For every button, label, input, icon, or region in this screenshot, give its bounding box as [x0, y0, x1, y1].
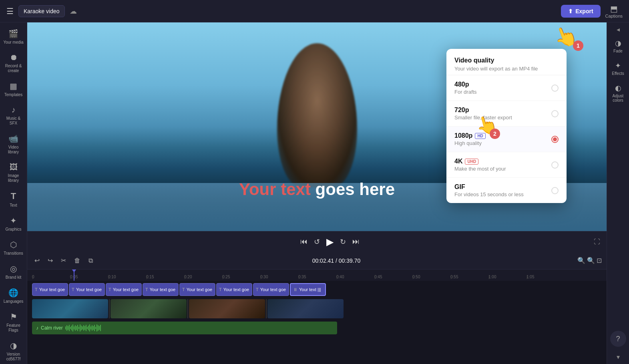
sidebar-item-templates[interactable]: ▦ Templates	[2, 78, 26, 101]
text-clip-8[interactable]: ⏸ Your text |||	[290, 283, 326, 296]
quality-popup-subtitle: Your video will export as an MP4 file	[454, 66, 559, 72]
audio-bar	[90, 326, 91, 330]
text-clip-4[interactable]: T Your text goe	[143, 283, 179, 296]
playhead[interactable]	[74, 269, 74, 281]
sidebar-item-text[interactable]: T Text	[2, 188, 26, 211]
sidebar-item-feature-flags[interactable]: ⚑ Feature Flags	[2, 309, 26, 336]
redo-button[interactable]: ↪	[45, 255, 55, 266]
quality-option-top: 480p	[454, 81, 559, 88]
fullscreen-button[interactable]: ⛶	[594, 238, 600, 245]
sidebar-item-label: Languages	[4, 299, 24, 304]
quality-desc-4k: Make the most of your	[454, 166, 559, 172]
sidebar-item-record-create[interactable]: ⏺ Record & create	[2, 50, 26, 76]
timeline-time-display: 00:02.41 / 00:39.70	[98, 257, 574, 264]
zoom-out-button[interactable]: 🔍	[577, 257, 585, 264]
quality-option-480p[interactable]: 480p For drafts	[446, 75, 567, 101]
sidebar-item-your-media[interactable]: 🎬 Your media	[2, 26, 26, 48]
text-clip-7[interactable]: T Your text goe	[253, 283, 289, 296]
zoom-in-button[interactable]: 🔍	[587, 257, 595, 264]
text-clip-5[interactable]: T Your text goe	[179, 283, 215, 296]
your-media-icon: 🎬	[8, 29, 18, 38]
fit-button[interactable]: ⊡	[597, 257, 602, 264]
sidebar-item-languages[interactable]: 🌐 Languages	[2, 285, 26, 307]
languages-icon: 🌐	[8, 288, 18, 298]
cut-button[interactable]: ✂	[58, 255, 68, 266]
ruler-mark-3: 0:15	[146, 275, 184, 279]
text-clip-2[interactable]: T Your text goe	[69, 283, 105, 296]
audio-bar	[70, 327, 71, 329]
sidebar-item-label: Image library	[3, 173, 24, 183]
sidebar-item-version[interactable]: ◑ Version cd5677f	[2, 338, 26, 364]
video-library-icon: 📹	[8, 134, 18, 143]
video-track	[32, 298, 344, 319]
audio-bar	[78, 327, 79, 329]
sidebar-item-music-sfx[interactable]: ♪ Music & SFX	[2, 102, 26, 129]
duplicate-button[interactable]: ⧉	[86, 255, 95, 266]
project-title[interactable]: Karaoke video	[18, 5, 65, 17]
text-clip-1[interactable]: T Your text goe	[32, 283, 68, 296]
text-track: T Your text goe T Your text goe T Your t…	[32, 282, 326, 297]
quality-radio-480p	[551, 84, 559, 92]
sidebar-item-video-library[interactable]: 📹 Video library	[2, 131, 26, 158]
rs-item-effects[interactable]: ✦ Effects	[608, 59, 628, 78]
quality-desc-gif: For videos 15 seconds or less	[454, 191, 559, 197]
cursor-badge-1: 1	[573, 40, 583, 51]
text-clip-icon: T	[109, 287, 111, 292]
video-clip-3[interactable]	[189, 299, 265, 318]
audio-bar	[65, 326, 66, 330]
video-clip-1[interactable]	[32, 299, 108, 318]
video-track-row	[32, 298, 602, 319]
collapse-bottom-button[interactable]: ▾	[617, 353, 620, 361]
skip-back-button[interactable]: ⏮	[300, 237, 307, 246]
audio-bar	[76, 326, 77, 330]
export-button[interactable]: ⬆ Export	[561, 5, 600, 18]
quality-option-720p[interactable]: 720p Smaller file, faster export	[446, 101, 567, 127]
sidebar-item-brand-kit[interactable]: ◎ Brand kit	[2, 261, 26, 283]
forward-5s-button[interactable]: ↻	[340, 237, 346, 246]
timeline-section: ↩ ↪ ✂ 🗑 ⧉ 00:02.41 / 00:39.70 🔍 🔍 ⊡ 0 0:…	[27, 252, 607, 364]
quality-desc-480p: For drafts	[454, 89, 559, 95]
delete-button[interactable]: 🗑	[72, 255, 83, 266]
sidebar-item-image-library[interactable]: 🖼 Image library	[2, 159, 26, 186]
text-clip-icon: T	[145, 287, 148, 292]
audio-bar	[98, 325, 98, 331]
sidebar-item-label: Graphics	[5, 227, 21, 232]
video-clip-4[interactable]	[267, 299, 344, 318]
quality-option-gif[interactable]: GIF For videos 15 seconds or less	[446, 178, 567, 203]
quality-option-1080p[interactable]: 1080p HD High quality	[446, 127, 567, 152]
sidebar-item-graphics[interactable]: ✦ Graphics	[2, 213, 26, 235]
quality-desc-720p: Smaller file, faster export	[454, 115, 559, 121]
sidebar-item-transitions[interactable]: ⬡ Transitions	[2, 237, 26, 259]
play-button[interactable]: ▶	[326, 236, 334, 247]
rs-item-fade[interactable]: ◑ Fade	[608, 36, 628, 56]
quality-option-4k[interactable]: 4K UHD Make the most of your	[446, 152, 567, 178]
collapse-right-button[interactable]: ◂	[617, 26, 620, 33]
rewind-5s-button[interactable]: ↺	[314, 237, 320, 246]
rs-item-adjust-colors[interactable]: ◐ Adjust colors	[608, 81, 628, 105]
help-button[interactable]: ?	[610, 331, 626, 347]
audio-clip[interactable]: ♪ Calm river	[32, 322, 337, 334]
text-clip-6[interactable]: T Your text goe	[216, 283, 252, 296]
music-sfx-icon: ♪	[12, 105, 16, 115]
quality-popup-header: Video quality Your video will export as …	[446, 49, 567, 75]
text-clip-icon: T	[72, 287, 74, 292]
quality-badge-uhd: UHD	[465, 159, 478, 165]
audio-bar	[95, 327, 96, 329]
text-clip-3[interactable]: T Your text goe	[106, 283, 142, 296]
captions-button[interactable]: ⬒ Captions	[605, 4, 623, 18]
text-clip-icon: T	[219, 287, 222, 292]
timeline-tracks: T Your text goe T Your text goe T Your t…	[27, 281, 607, 364]
menu-button[interactable]: ☰	[6, 6, 14, 16]
audio-bar	[88, 326, 89, 330]
fade-icon: ◑	[615, 39, 621, 48]
skip-forward-button[interactable]: ⏭	[352, 237, 360, 246]
audio-bar	[82, 326, 83, 330]
quality-option-top: 720p	[454, 107, 559, 114]
topbar: ☰ Karaoke video ☁ ⬆ Export ⬒ Captions	[0, 0, 629, 22]
video-clip-2[interactable]	[111, 299, 187, 318]
undo-button[interactable]: ↩	[32, 255, 42, 266]
audio-bar	[84, 326, 85, 330]
quality-name-gif: GIF	[454, 183, 465, 191]
record-create-icon: ⏺	[10, 53, 18, 62]
sidebar-item-label: Text	[10, 203, 17, 208]
